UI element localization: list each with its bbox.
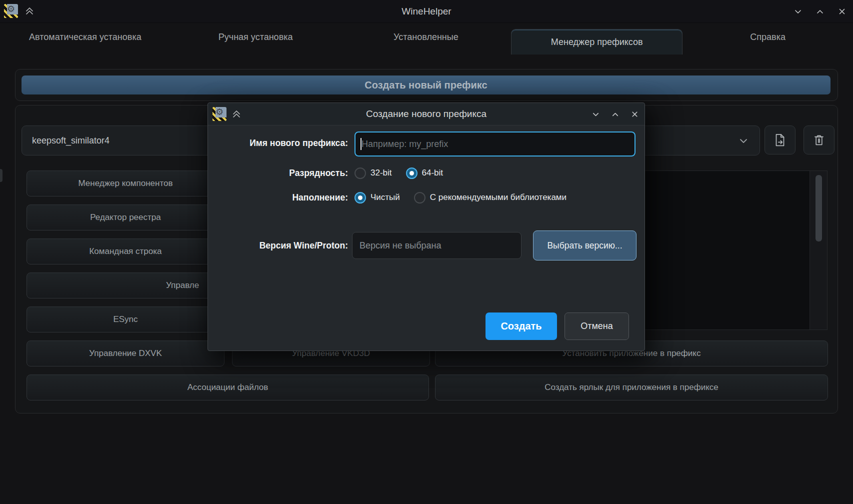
file-associations-button[interactable]: Ассоциации файлов [26, 374, 429, 400]
window-titlebar: ⚙ WineHelper [0, 0, 853, 23]
maximize-button-chevron-up-icon[interactable] [815, 6, 825, 16]
window-title: WineHelper [0, 0, 853, 22]
tab-bar: Автоматическая установка Ручная установк… [0, 22, 853, 52]
bitness-options: 32-bit 64-bit [354, 164, 457, 182]
export-prefix-button[interactable] [764, 126, 796, 154]
scrollbar-track [810, 171, 827, 330]
prefix-name-input[interactable] [354, 132, 636, 156]
scrollbar-thumb[interactable] [816, 175, 822, 242]
prefix-name-input-wrap [354, 132, 636, 156]
create-prefix-dialog: ⚙ Создание нового префикса Имя нового пр… [208, 102, 645, 351]
minimize-button-chevron-down-icon[interactable] [793, 6, 803, 16]
create-button[interactable]: Создать [486, 312, 557, 340]
delete-prefix-button[interactable] [804, 126, 834, 154]
dialog-close-x-icon[interactable] [630, 110, 640, 119]
radio-clean-label[interactable]: Чистый [370, 192, 400, 202]
trash-icon [812, 133, 826, 147]
radio-clean[interactable] [354, 192, 366, 204]
command-line-button[interactable]: Командная строка [26, 238, 224, 264]
filling-options: Чистый С рекомендуемыми библиотеками [354, 188, 580, 206]
choose-version-button[interactable]: Выбрать версию... [533, 230, 636, 260]
registry-editor-button[interactable]: Редактор реестра [26, 204, 224, 230]
radio-32bit[interactable] [354, 168, 366, 179]
text-caret [360, 138, 362, 150]
create-prefix-panel: Создать новый префикс [15, 69, 838, 101]
tab-help[interactable]: Справка [682, 22, 853, 52]
dialog-title: Создание нового префикса [208, 103, 644, 125]
tab-installed[interactable]: Установленные [341, 22, 512, 52]
wine-version-label: Версия Wine/Proton: [213, 240, 348, 251]
dialog-minimize-chevron-down-icon[interactable] [591, 110, 600, 119]
radio-64bit[interactable] [406, 168, 418, 179]
bitness-label: Разрядность: [213, 168, 348, 178]
filling-label: Наполнение: [213, 192, 348, 203]
prefix-name-label: Имя нового префикса: [213, 138, 348, 148]
create-shortcut-button[interactable]: Создать ярлык для приложения в префиксе [435, 374, 828, 400]
esync-button[interactable]: ESync [26, 306, 224, 332]
tab-prefix-manager[interactable]: Менеджер префиксов [511, 29, 682, 54]
wine-version-field[interactable] [352, 232, 522, 259]
dxvk-button[interactable]: Управление DXVK [26, 340, 224, 366]
close-button-x-icon[interactable] [837, 6, 847, 16]
radio-recommended[interactable] [414, 192, 426, 204]
radio-32bit-label[interactable]: 32-bit [370, 168, 392, 178]
dialog-maximize-chevron-up-icon[interactable] [610, 110, 620, 119]
screen-edge-handle [0, 169, 2, 182]
create-new-prefix-button[interactable]: Создать новый префикс [22, 76, 830, 94]
cancel-button[interactable]: Отмена [564, 312, 629, 340]
tab-auto-install[interactable]: Автоматическая установка [0, 22, 170, 52]
dialog-titlebar: ⚙ Создание нового префикса [208, 103, 644, 126]
radio-64bit-label[interactable]: 64-bit [422, 168, 444, 178]
component-manager-button[interactable]: Менеджер компонентов [26, 170, 224, 196]
radio-recommended-label[interactable]: С рекомендуемыми библиотеками [430, 192, 566, 202]
chevron-down-icon [738, 134, 750, 146]
tab-manual-install[interactable]: Ручная установка [170, 22, 341, 52]
document-export-icon [772, 132, 788, 148]
